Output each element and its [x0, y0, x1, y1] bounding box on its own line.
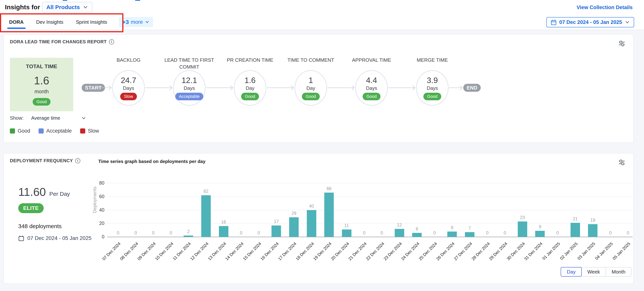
- stage-value: 12.1: [182, 76, 197, 85]
- insights-tab-bar: DORA Dev Insights Sprint Insights +3 mor…: [8, 15, 153, 30]
- bar-value-label: 2: [180, 229, 197, 234]
- deployment-rate-value: 11.60: [18, 185, 46, 198]
- bar-value-label: 29: [285, 211, 302, 216]
- info-icon[interactable]: [75, 158, 80, 163]
- gridline: [107, 196, 632, 197]
- deployment-date-range-text: 07 Dec 2024 - 05 Jan 2025: [27, 235, 92, 241]
- stage-unit: Day: [246, 85, 254, 91]
- legend-label: Good: [18, 128, 30, 134]
- stage-status-badge: Acceptable: [175, 93, 204, 100]
- deployment-rate: 11.60 Per Day: [18, 185, 70, 198]
- bar-value-label: 66: [320, 186, 338, 191]
- deployment-bar[interactable]: [535, 231, 545, 237]
- deployment-bar[interactable]: [570, 223, 580, 237]
- product-selector-dropdown[interactable]: All Products: [42, 2, 92, 13]
- flow-arrow: [388, 84, 416, 92]
- stage-name: BACKLOG: [94, 57, 163, 64]
- granularity-day-button[interactable]: Day: [561, 267, 582, 276]
- stage-node[interactable]: 12.1DaysAcceptable: [173, 70, 206, 106]
- deployment-bar[interactable]: [342, 229, 352, 237]
- flow-arrow: [328, 84, 355, 92]
- deployment-bar[interactable]: [289, 217, 299, 237]
- bar-value-label: 0: [496, 230, 514, 235]
- legend-item-good: Good: [10, 128, 30, 134]
- bar-value-label: 0: [127, 230, 144, 235]
- bar-value-label: 0: [250, 230, 267, 235]
- tab-dora[interactable]: DORA: [8, 15, 24, 30]
- chart-subtitle: Time series graph based on deployments p…: [98, 159, 206, 164]
- deployment-bar[interactable]: [465, 232, 474, 237]
- performance-tier-badge: ELITE: [18, 203, 44, 213]
- stage-node[interactable]: 1DayGood: [294, 70, 327, 106]
- bar-value-label: 16: [215, 220, 232, 225]
- stage-unit: Days: [426, 85, 438, 91]
- dora-insights-page: Insights for All Products View Collectio…: [0, 0, 644, 291]
- deployment-bar[interactable]: [447, 231, 457, 237]
- chevron-down-icon: [145, 20, 150, 25]
- gridline: [107, 210, 632, 210]
- calendar-icon: [550, 19, 557, 25]
- y-axis-tick: 60: [86, 194, 104, 199]
- stage-name: MERGE TIME: [398, 57, 466, 64]
- clipped-top-element: [63, 0, 67, 1]
- bar-value-label: 19: [584, 218, 601, 223]
- deployment-card-title: DEPLOYMENT FREQUENCY: [10, 158, 80, 163]
- y-axis-tick: 0: [86, 234, 104, 239]
- bar-value-label: 0: [619, 230, 636, 235]
- deployment-bar[interactable]: [307, 210, 316, 237]
- bar-value-label: 0: [373, 230, 390, 235]
- legend-swatch-slow: [80, 128, 85, 134]
- tab-dev-insights[interactable]: Dev Insights: [36, 15, 64, 30]
- bar-value-label: 0: [356, 230, 373, 235]
- deployment-bar[interactable]: [588, 224, 598, 237]
- lead-time-for-changes-card: DORA LEAD TIME FOR CHANGES REPORT TOTAL …: [4, 34, 634, 143]
- granularity-week-button[interactable]: Week: [581, 267, 606, 276]
- clipped-top-element: [135, 0, 140, 1]
- deployment-bar[interactable]: [201, 195, 211, 237]
- bar-value-label: 17: [268, 219, 285, 224]
- deployment-bar[interactable]: [518, 221, 527, 237]
- deployment-rate-unit: Per Day: [49, 191, 70, 197]
- deployment-bar[interactable]: [272, 225, 281, 237]
- show-metric-dropdown[interactable]: Show: Average time: [10, 115, 86, 121]
- y-axis-tick: 40: [86, 207, 104, 213]
- view-collection-details-link[interactable]: View Collection Details: [576, 5, 632, 11]
- lead-time-flow-diagram: START END BACKLOG24.7DaysSlowLEAD TIME T…: [4, 35, 633, 142]
- deployment-bar[interactable]: [395, 229, 404, 237]
- bar-value-label: 11: [338, 223, 355, 228]
- status-legend: Good Acceptable Slow: [10, 128, 99, 134]
- bar-value-label: 0: [162, 230, 180, 235]
- sliders-icon[interactable]: [618, 158, 626, 166]
- bar-value-label: 0: [145, 230, 162, 235]
- stage-node[interactable]: 4.4DaysGood: [355, 70, 388, 106]
- stage-status-badge: Good: [241, 93, 259, 100]
- total-deployments: 348 deployments: [18, 223, 62, 229]
- bar-value-label: 40: [303, 204, 320, 209]
- bar-value-label: 0: [479, 230, 496, 235]
- granularity-month-button[interactable]: Month: [606, 267, 632, 276]
- tab-sprint-insights[interactable]: Sprint Insights: [75, 15, 108, 30]
- stage-node[interactable]: 24.7DaysSlow: [112, 70, 145, 106]
- bar-value-label: 0: [549, 230, 566, 235]
- legend-item-slow: Slow: [80, 128, 99, 134]
- deployment-bar[interactable]: [184, 235, 193, 237]
- stage-unit: Days: [123, 85, 134, 91]
- stage-node[interactable]: 3.9DaysGood: [416, 70, 449, 106]
- flow-arrow: [449, 84, 463, 92]
- show-value: Average time: [31, 115, 60, 121]
- date-range-picker[interactable]: 07 Dec 2024 - 05 Jan 2025: [546, 17, 634, 27]
- stage-node[interactable]: 1.6DayGood: [234, 70, 266, 106]
- calendar-icon: [18, 235, 24, 241]
- bar-value-label: 23: [514, 215, 531, 220]
- bar-value-label: 0: [426, 230, 443, 235]
- deployment-bar[interactable]: [412, 233, 422, 237]
- deployment-bar[interactable]: [324, 193, 334, 237]
- stage-unit: Days: [366, 85, 377, 91]
- tabs-more-count: +3: [122, 19, 129, 25]
- stage-unit: Days: [184, 85, 195, 91]
- deployment-card-title-text: DEPLOYMENT FREQUENCY: [10, 158, 73, 163]
- granularity-toggle: DayWeekMonth: [561, 267, 632, 276]
- deployment-bar[interactable]: [219, 226, 228, 237]
- flow-arrow: [206, 84, 233, 92]
- tabs-more-dropdown[interactable]: +3 more: [119, 17, 153, 27]
